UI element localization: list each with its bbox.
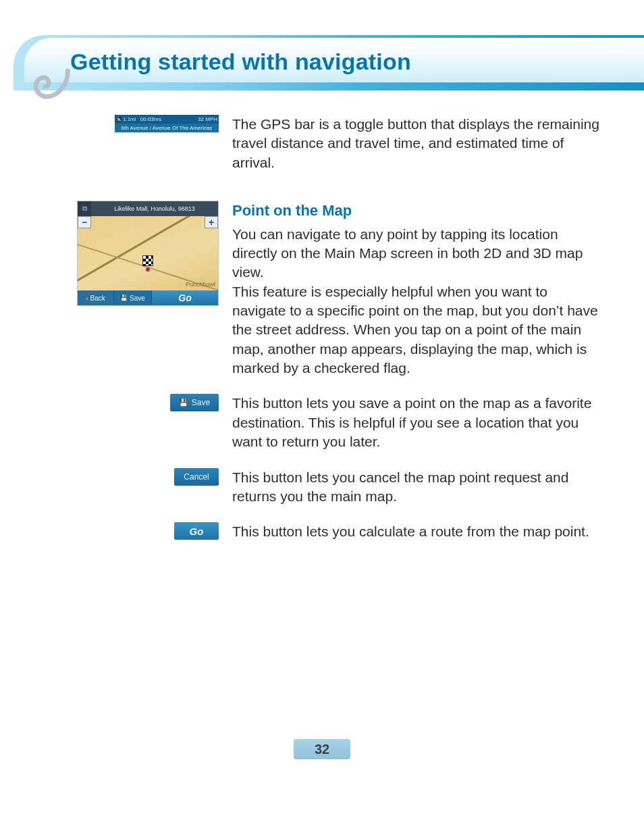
- save-button-label: Save: [192, 398, 210, 407]
- row-save-button: 💾Save This button lets you save a point …: [73, 394, 599, 451]
- map-area-label: Punchbowl: [186, 281, 215, 288]
- map-save-label: Save: [130, 295, 145, 302]
- map-pin-icon: [146, 267, 150, 272]
- section-heading: Point on the Map: [232, 201, 599, 221]
- row-gps-bar: 🛰 1.1mi 00:03hrs 32 MPH 6th Avenue / Ave…: [73, 115, 599, 172]
- map-save-button[interactable]: 💾Save: [114, 290, 152, 305]
- road-line: [78, 216, 218, 282]
- map-back-label: Back: [90, 295, 105, 302]
- content-area: 🛰 1.1mi 00:03hrs 32 MPH 6th Avenue / Ave…: [0, 108, 644, 816]
- row-cancel-button: Cancel This button lets you cancel the m…: [73, 468, 599, 507]
- map-go-button[interactable]: Go: [152, 290, 218, 305]
- row-point-on-map: ⧉ Likelike Mall, Honolulu, 96813 − + Pun…: [73, 201, 599, 378]
- disk-icon: 💾: [179, 399, 188, 407]
- point-on-map-text: You can navigate to any point by tapping…: [232, 225, 599, 378]
- save-button-figure[interactable]: 💾Save: [170, 394, 219, 411]
- zoom-in-button[interactable]: +: [205, 216, 218, 228]
- row-go-button: Go This button lets you calculate a rout…: [73, 522, 599, 541]
- disk-icon: 💾: [120, 295, 128, 301]
- page-number-badge: 32: [294, 739, 350, 759]
- zoom-out-button[interactable]: −: [78, 216, 91, 228]
- gps-speed: 32 MPH: [198, 116, 217, 122]
- go-button-figure[interactable]: Go: [174, 522, 219, 540]
- cancel-button-label: Cancel: [184, 472, 209, 482]
- cancel-button-description: This button lets you cancel the map poin…: [232, 468, 599, 507]
- checkered-flag-icon: [142, 255, 153, 266]
- map-address-label: Likelike Mall, Honolulu, 96813: [91, 205, 218, 212]
- go-button-description: This button lets you calculate a route f…: [232, 522, 599, 541]
- page-title: Getting started with navigation: [70, 49, 411, 75]
- chevron-left-icon: ‹: [86, 295, 88, 302]
- gps-duration: 00:03hrs: [140, 116, 161, 122]
- cancel-button-figure[interactable]: Cancel: [174, 468, 219, 486]
- gps-street: 6th Avenue / Avenue Of The Americas: [115, 124, 219, 132]
- satellite-icon: 🛰: [116, 117, 122, 122]
- manual-page: Getting started with navigation 🛰 1.1mi …: [0, 0, 644, 816]
- go-button-label: Go: [190, 526, 204, 537]
- map-go-label: Go: [178, 292, 191, 303]
- map-back-button[interactable]: ‹Back: [78, 290, 114, 305]
- map-view-toggle-icon[interactable]: ⧉: [78, 201, 91, 216]
- save-button-description: This button lets you save a point on the…: [232, 394, 599, 451]
- map-screenshot-figure: ⧉ Likelike Mall, Honolulu, 96813 − + Pun…: [77, 201, 219, 306]
- gps-bar-description: The GPS bar is a toggle button that disp…: [232, 115, 599, 172]
- gps-distance: 1.1mi: [123, 116, 136, 122]
- gps-bar-figure: 🛰 1.1mi 00:03hrs 32 MPH 6th Avenue / Ave…: [115, 115, 219, 132]
